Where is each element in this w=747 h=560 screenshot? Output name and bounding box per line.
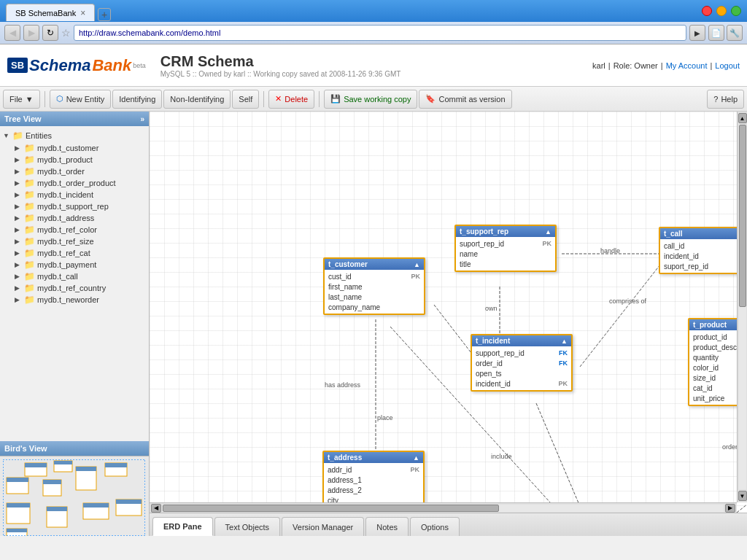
- field-name: order_id: [476, 359, 553, 368]
- tab-erd-pane[interactable]: ERD Pane: [152, 517, 213, 536]
- sidebar-item-9[interactable]: ▶ 📁 mydb.t_ref_cat: [15, 247, 146, 259]
- new-tab-button[interactable]: +: [98, 8, 111, 21]
- entity-title-t-support-rep: t_support_rep: [460, 228, 508, 236]
- rel-label-include: include: [491, 453, 512, 460]
- svg-line-25: [580, 265, 660, 367]
- field-name: first_name: [328, 283, 420, 291]
- field-name: suport_rep_id: [664, 262, 741, 271]
- sidebar-item-12[interactable]: ▶ 📁 mydb.t_ref_country: [15, 282, 146, 294]
- h-scroll-left[interactable]: ◀: [151, 504, 161, 513]
- svg-line-28: [536, 403, 587, 513]
- page-icon[interactable]: 📄: [708, 25, 724, 41]
- entity-header-t-support-rep: t_support_rep ▲: [456, 226, 555, 237]
- app-subtitle: MySQL 5 :: Owned by karl :: Working copy…: [160, 70, 401, 78]
- expand-11: ▶: [15, 273, 22, 280]
- expand-10: ▶: [15, 261, 22, 268]
- sidebar-item-3[interactable]: ▶ 📁 mydb.t_order_product: [15, 177, 146, 189]
- tab-version-manager[interactable]: Version Manager: [282, 517, 364, 536]
- v-scroll-down[interactable]: ▼: [738, 491, 747, 501]
- collapse-button[interactable]: »: [140, 115, 144, 123]
- v-scroll-up[interactable]: ▲: [738, 113, 747, 123]
- entity-expand-t-support-rep[interactable]: ▲: [545, 228, 551, 236]
- username-label: karl: [592, 61, 605, 70]
- new-entity-button[interactable]: ⬡ New Entity: [50, 90, 112, 109]
- svg-rect-3: [54, 461, 72, 464]
- close-tab-button[interactable]: ×: [80, 8, 85, 18]
- save-button[interactable]: 💾 Save working copy: [324, 90, 417, 109]
- table-row: incident_id PK: [472, 378, 571, 389]
- label-1: mydb.t_product: [37, 155, 93, 164]
- identifying-button[interactable]: Identifying: [112, 90, 162, 109]
- sidebar-item-2[interactable]: ▶ 📁 mydb.t_order: [15, 166, 146, 177]
- browser-tab[interactable]: SB SchemaBank ×: [6, 4, 95, 21]
- my-account-link[interactable]: My Account: [666, 61, 708, 70]
- back-button[interactable]: ◀: [4, 25, 20, 41]
- tree-root-entities[interactable]: ▼ 📁 Entities: [3, 129, 146, 142]
- h-scrollbar[interactable]: ◀ ▶: [150, 502, 737, 513]
- commit-button[interactable]: 🔖 Commit as version: [419, 90, 511, 109]
- sidebar-item-0[interactable]: ▶ 📁 mydb.t_customer: [15, 142, 146, 154]
- logout-link[interactable]: Logout: [715, 61, 740, 70]
- root-expand-icon: ▼: [3, 132, 10, 139]
- folder-2: 📁: [24, 166, 35, 176]
- bookmark-button[interactable]: ☆: [61, 27, 71, 39]
- h-scroll-track[interactable]: [163, 505, 724, 512]
- table-row: name: [456, 249, 555, 259]
- v-scroll-thumb[interactable]: [739, 125, 746, 307]
- field-key: PK: [411, 273, 420, 280]
- sidebar-item-13[interactable]: ▶ 📁 mydb.t_neworder: [15, 294, 146, 306]
- forward-button[interactable]: ▶: [23, 25, 39, 41]
- non-identifying-button[interactable]: Non-Identifying: [163, 90, 231, 109]
- sidebar-item-7[interactable]: ▶ 📁 mydb.t_ref_color: [15, 224, 146, 236]
- entity-t-customer[interactable]: t_customer ▲ cust_id PK first_name last_…: [323, 257, 425, 315]
- label-5: mydb.t_support_rep: [37, 202, 109, 211]
- sidebar-item-5[interactable]: ▶ 📁 mydb.t_support_rep: [15, 201, 146, 212]
- file-menu-button[interactable]: File ▼: [3, 90, 40, 109]
- label-8: mydb.t_ref_size: [37, 237, 94, 246]
- canvas-area[interactable]: handle own comprises of has address plac…: [150, 112, 747, 513]
- expand-2: ▶: [15, 168, 22, 175]
- entity-expand-t-customer[interactable]: ▲: [414, 261, 420, 268]
- label-12: mydb.t_ref_country: [37, 284, 106, 292]
- entity-t-support-rep[interactable]: t_support_rep ▲ suport_rep_id PK name ti…: [454, 225, 557, 272]
- sidebar-item-1[interactable]: ▶ 📁 mydb.t_product: [15, 154, 146, 166]
- v-scroll-track[interactable]: [739, 125, 746, 489]
- entity-t-call[interactable]: t_call ▲ call_id PK incident_id FK: [659, 227, 747, 274]
- tab-notes[interactable]: Notes: [365, 517, 409, 536]
- root-folder-icon: 📁: [12, 131, 23, 141]
- entity-expand-t-address[interactable]: ▲: [413, 454, 419, 462]
- sidebar-item-4[interactable]: ▶ 📁 mydb.t_incident: [15, 189, 146, 201]
- restore-button[interactable]: [716, 6, 727, 16]
- v-scrollbar[interactable]: ▲ ▼: [737, 112, 747, 502]
- self-label: Self: [239, 95, 252, 104]
- refresh-button[interactable]: ↻: [42, 25, 58, 41]
- expand-1: ▶: [15, 156, 22, 163]
- diagram-canvas[interactable]: handle own comprises of has address plac…: [150, 112, 747, 513]
- close-window-button[interactable]: [731, 6, 741, 16]
- address-bar[interactable]: [74, 25, 686, 41]
- sidebar-item-10[interactable]: ▶ 📁 mydb.t_payment: [15, 259, 146, 271]
- tools-icon[interactable]: 🔧: [727, 25, 743, 41]
- label-13: mydb.t_neworder: [37, 295, 99, 304]
- entity-expand-t-incident[interactable]: ▲: [561, 338, 568, 345]
- svg-rect-13: [7, 503, 30, 508]
- h-scroll-thumb[interactable]: [163, 505, 499, 512]
- tree-area[interactable]: ▼ 📁 Entities ▶ 📁 mydb.t_customer ▶ 📁 myd…: [0, 126, 149, 441]
- tab-options[interactable]: Options: [410, 517, 460, 536]
- sidebar-item-6[interactable]: ▶ 📁 mydb.t_address: [15, 212, 146, 224]
- go-button[interactable]: ▶: [689, 25, 705, 41]
- h-scroll-right[interactable]: ▶: [725, 504, 735, 513]
- entity-t-incident[interactable]: t_incident ▲ support_rep_id FK order_id …: [471, 334, 573, 392]
- expand-0: ▶: [15, 144, 22, 152]
- sidebar-item-8[interactable]: ▶ 📁 mydb.t_ref_size: [15, 236, 146, 247]
- delete-button[interactable]: ✕ Delete: [268, 90, 314, 109]
- sidebar-item-11[interactable]: ▶ 📁 mydb.t_call: [15, 271, 146, 282]
- label-11: mydb.t_call: [37, 272, 78, 281]
- entity-header-t-address: t_address ▲: [324, 452, 423, 463]
- entity-body-t-incident: support_rep_id FK order_id FK open_ts in…: [472, 346, 571, 390]
- minimize-button[interactable]: [702, 6, 712, 16]
- tab-text-objects[interactable]: Text Objects: [214, 517, 281, 536]
- table-row: suport_rep_id PK: [456, 238, 555, 249]
- help-button[interactable]: ? Help: [707, 90, 744, 109]
- self-button[interactable]: Self: [232, 90, 259, 109]
